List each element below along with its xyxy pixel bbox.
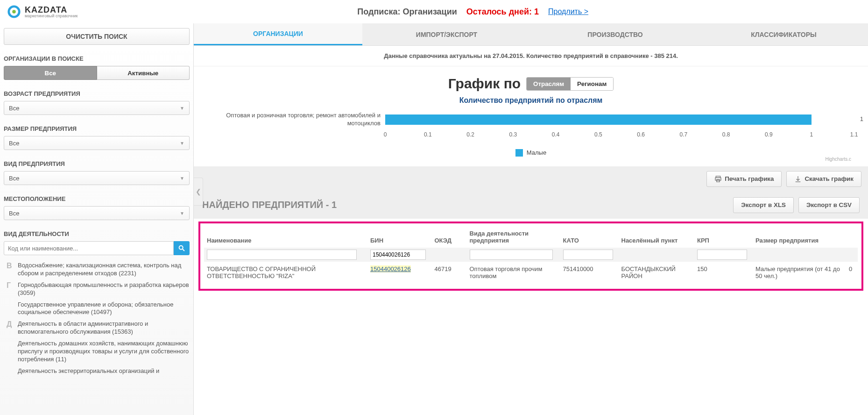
activity-search-button[interactable] (174, 241, 190, 255)
filter-active-button[interactable]: Активные (97, 66, 190, 80)
print-chart-label: Печать графика (725, 175, 774, 182)
activity-item[interactable]: ДДеятельность в области административног… (4, 318, 190, 338)
filter-kato-input[interactable] (563, 250, 613, 260)
subscription-title: Подписка: Организации (357, 7, 457, 17)
extend-link[interactable]: Продлить > (548, 7, 588, 16)
results-heading: НАЙДЕНО ПРЕДПРИЯТИЙ - 1 (202, 200, 337, 210)
axis-tick: 0.8 (722, 131, 730, 138)
cell-krp: 150 (694, 262, 753, 283)
logo-title: KAZDATA (25, 6, 78, 14)
sidebar-section-size: РАЗМЕР ПРЕДПРИЯТИЯ (4, 125, 190, 132)
activity-item-text: Деятельность в области административного… (18, 320, 190, 336)
filter-name-input[interactable] (207, 250, 357, 260)
filter-bin-input[interactable] (370, 250, 426, 260)
clear-search-button[interactable]: ОЧИСТИТЬ ПОИСК (4, 28, 190, 45)
activity-item-letter (4, 367, 18, 375)
chart-bar-value: 1 (860, 115, 863, 122)
tab-import-export[interactable]: ИМПОРТ/ЭКСПОРТ (362, 23, 531, 45)
chart-bar-row: Оптовая и розничная торговля; ремонт авт… (208, 112, 854, 128)
highcharts-credit: Highcharts.c (208, 157, 854, 162)
age-select[interactable]: Все ▼ (4, 101, 190, 115)
th-activity[interactable]: Вида деятельности предприятия (467, 226, 560, 248)
bin-link[interactable]: 150440026126 (370, 265, 411, 272)
activity-item-text: Деятельность домашних хозяйств, нанимающ… (18, 340, 190, 364)
th-bin[interactable]: БИН (367, 226, 432, 248)
activity-item-letter: Г (4, 281, 18, 297)
tab-organizations[interactable]: ОРГАНИЗАЦИИ (194, 23, 362, 45)
org-filter-toggle: Все Активные (4, 66, 190, 80)
th-krp[interactable]: КРП (694, 226, 753, 248)
svg-point-2 (179, 246, 183, 250)
sidebar-section-activity: ВИД ДЕЯТЕЛЬНОСТИ (4, 230, 190, 237)
activity-item-text: Государственное управление и оборона; об… (18, 301, 190, 317)
sidebar-section-age: ВОЗРАСТ ПРЕДПРИЯТИЯ (4, 90, 190, 97)
activity-search-input[interactable] (4, 241, 174, 255)
activity-item[interactable]: Деятельность экстерриториальных организа… (4, 365, 190, 377)
results-bar: НАЙДЕНО ПРЕДПРИЯТИЙ - 1 Экспорт в XLS Эк… (194, 192, 868, 219)
activity-item[interactable]: ГГорнодобывающая промышленность и разраб… (4, 279, 190, 299)
filter-activity-input[interactable] (470, 250, 553, 260)
download-chart-label: Скачать график (804, 175, 854, 182)
location-select[interactable]: Все ▼ (4, 206, 190, 220)
logo-text: KAZDATA маркетинговый справочник (25, 6, 78, 18)
activity-item-letter: В (4, 262, 18, 278)
download-chart-button[interactable]: Скачать график (786, 171, 861, 187)
chart-area: График по Отраслям Регионам Количество п… (194, 66, 868, 166)
caret-down-icon: ▼ (180, 106, 184, 111)
main-tabs: ОРГАНИЗАЦИИ ИМПОРТ/ЭКСПОРТ ПРОИЗВОДСТВО … (194, 23, 868, 46)
axis-tick: 0.1 (424, 131, 432, 138)
export-csv-button[interactable]: Экспорт в CSV (798, 197, 860, 213)
filter-krp-input[interactable] (697, 250, 747, 260)
results-table: Наименование БИН ОКЭД Вида деятельности … (204, 226, 858, 283)
axis-tick: 0.5 (594, 131, 602, 138)
chart-bar-fill[interactable] (385, 114, 812, 125)
chart-by-industry-button[interactable]: Отраслям (527, 78, 571, 90)
chart-subtitle: Количество предприятий по отраслям (208, 96, 854, 105)
table-row[interactable]: ТОВАРИЩЕСТВО С ОГРАНИЧЕННОЙ ОТВЕТСТВЕННО… (204, 262, 858, 283)
collapse-sidebar-handle[interactable]: ❮ (194, 178, 203, 206)
activity-item[interactable]: Деятельность домашних хозяйств, нанимающ… (4, 338, 190, 365)
legend-swatch (515, 149, 523, 157)
chart-bar-track: 1 (385, 113, 854, 127)
svg-line-3 (183, 249, 184, 251)
search-icon (178, 244, 185, 252)
cell-activity: Оптовая торговля прочим топливом (467, 262, 560, 283)
tab-classifiers[interactable]: КЛАССИФИКАТОРЫ (699, 23, 868, 45)
th-size[interactable]: Размер предприятия (753, 226, 846, 248)
cell-bin: 150440026126 (367, 262, 432, 283)
activity-item[interactable]: Государственное управление и оборона; об… (4, 299, 190, 319)
tab-production[interactable]: ПРОИЗВОДСТВО (531, 23, 699, 45)
logo[interactable]: KAZDATA маркетинговый справочник (7, 5, 78, 19)
axis-tick: 0 (384, 131, 387, 138)
logo-icon (7, 5, 21, 19)
type-select[interactable]: Все ▼ (4, 171, 190, 185)
download-icon (794, 175, 802, 183)
chart-title-prefix: График по (448, 76, 521, 92)
th-oked[interactable]: ОКЭД (432, 226, 467, 248)
axis-tick: 1 (810, 131, 813, 138)
print-chart-button[interactable]: Печать графика (706, 171, 782, 187)
activity-item-text: Водоснабжение; канализационная система, … (18, 262, 190, 278)
info-strip: Данные справочника актуальны на 27.04.20… (194, 46, 868, 66)
export-xls-button[interactable]: Экспорт в XLS (733, 197, 794, 213)
activity-item-letter: Д (4, 320, 18, 336)
th-name[interactable]: Наименование (204, 226, 367, 248)
axis-tick: 0.9 (765, 131, 773, 138)
cell-size: Малые предприятия (от 41 до 50 чел.) (753, 262, 846, 283)
chart-by-region-button[interactable]: Регионам (571, 78, 613, 90)
activity-item-letter (4, 340, 18, 364)
cell-oked: 46719 (432, 262, 467, 283)
axis-tick: 0.3 (509, 131, 517, 138)
results-table-highlight: Наименование БИН ОКЭД Вида деятельности … (198, 222, 863, 291)
table-header-row: Наименование БИН ОКЭД Вида деятельности … (204, 226, 858, 248)
cell-kato: 751410000 (560, 262, 619, 283)
type-select-value: Все (9, 175, 19, 182)
filter-all-button[interactable]: Все (4, 66, 97, 80)
cell-name: ТОВАРИЩЕСТВО С ОГРАНИЧЕННОЙ ОТВЕТСТВЕННО… (204, 262, 367, 283)
size-select[interactable]: Все ▼ (4, 136, 190, 150)
logo-subtitle: маркетинговый справочник (25, 14, 78, 18)
th-kato[interactable]: КАТО (560, 226, 619, 248)
activity-item[interactable]: ВВодоснабжение; канализационная система,… (4, 260, 190, 279)
th-settlement[interactable]: Населённый пункт (619, 226, 695, 248)
activity-list: ВВодоснабжение; канализационная система,… (4, 260, 190, 377)
